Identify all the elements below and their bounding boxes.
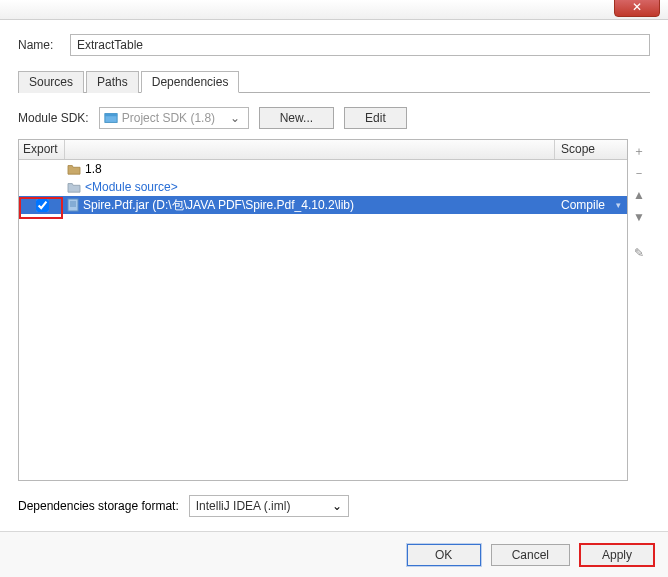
dep-label: 1.8	[85, 162, 102, 176]
module-sdk-select[interactable]: Project SDK (1.8) ⌄	[99, 107, 249, 129]
add-button[interactable]: ＋	[631, 143, 647, 159]
ok-button[interactable]: OK	[407, 544, 481, 566]
folder-icon	[67, 163, 81, 175]
sdk-new-button[interactable]: New...	[259, 107, 334, 129]
sdk-edit-button[interactable]: Edit	[344, 107, 407, 129]
tab-paths[interactable]: Paths	[86, 71, 139, 93]
column-export[interactable]: Export	[19, 140, 65, 159]
storage-format-select[interactable]: IntelliJ IDEA (.iml) ⌄	[189, 495, 349, 517]
window-titlebar: ✕	[0, 0, 668, 20]
chevron-down-icon: ⌄	[226, 111, 244, 125]
apply-button[interactable]: Apply	[580, 544, 654, 566]
storage-format-value: IntelliJ IDEA (.iml)	[196, 499, 332, 513]
dialog-footer: OK Cancel Apply	[0, 531, 668, 577]
table-row[interactable]: 1.8	[19, 160, 627, 178]
tabstrip: Sources Paths Dependencies	[18, 70, 650, 93]
cancel-button[interactable]: Cancel	[491, 544, 570, 566]
tab-sources[interactable]: Sources	[18, 71, 84, 93]
folder-icon	[67, 181, 81, 193]
arrow-up-icon: ▲	[633, 188, 645, 202]
remove-button[interactable]: －	[631, 165, 647, 181]
move-down-button[interactable]: ▼	[631, 209, 647, 225]
export-checkbox[interactable]	[36, 199, 49, 212]
storage-format-label: Dependencies storage format:	[18, 499, 179, 513]
column-main[interactable]	[65, 140, 555, 159]
dependencies-table: Export Scope 1.8 <Module	[18, 139, 628, 481]
column-scope[interactable]: Scope	[555, 140, 627, 159]
jar-icon	[67, 198, 79, 212]
scope-value: Compile	[561, 198, 605, 212]
module-name-input[interactable]	[70, 34, 650, 56]
dependencies-body: 1.8 <Module source>	[19, 160, 627, 480]
dep-label: Spire.Pdf.jar (D:\包\JAVA PDF\Spire.Pdf_4…	[83, 197, 354, 214]
table-row[interactable]: Spire.Pdf.jar (D:\包\JAVA PDF\Spire.Pdf_4…	[19, 196, 627, 214]
table-row[interactable]: <Module source>	[19, 178, 627, 196]
sdk-value: Project SDK (1.8)	[122, 111, 226, 125]
plus-icon: ＋	[633, 144, 645, 158]
chevron-down-icon: ⌄	[332, 499, 342, 513]
svg-rect-1	[105, 114, 117, 117]
close-icon: ✕	[632, 0, 642, 14]
arrow-down-icon: ▼	[633, 210, 645, 224]
minus-icon: －	[633, 166, 645, 180]
scope-select[interactable]: Compile ▾	[555, 198, 627, 212]
svg-rect-2	[68, 199, 78, 211]
side-toolbar: ＋ － ▲ ▼ ✎	[628, 139, 650, 481]
window-close-button[interactable]: ✕	[614, 0, 660, 17]
dependencies-header: Export Scope	[19, 140, 627, 160]
chevron-down-icon: ▾	[616, 200, 621, 210]
dep-label: <Module source>	[85, 180, 178, 194]
move-up-button[interactable]: ▲	[631, 187, 647, 203]
pencil-icon: ✎	[634, 246, 644, 260]
tab-dependencies[interactable]: Dependencies	[141, 71, 240, 93]
sdk-label: Module SDK:	[18, 111, 89, 125]
name-label: Name:	[18, 38, 70, 52]
edit-button[interactable]: ✎	[631, 245, 647, 261]
sdk-icon	[104, 111, 118, 125]
